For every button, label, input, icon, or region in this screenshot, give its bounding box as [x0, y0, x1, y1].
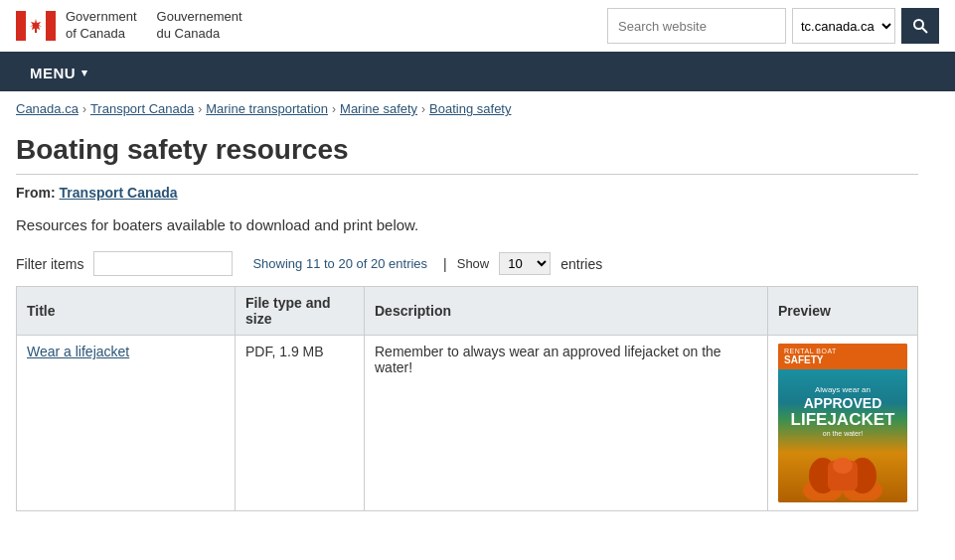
govt-name-line3: Gouvernement [157, 9, 242, 26]
svg-rect-4 [35, 28, 37, 33]
col-header-description: Description [365, 287, 768, 336]
breadcrumb-item-marine-transport[interactable]: Marine transportation [206, 101, 328, 116]
row-title-link[interactable]: Wear a lifejacket [27, 344, 129, 359]
lifejacket-icon [798, 456, 887, 500]
from-line: From: Transport Canada [16, 185, 918, 201]
breadcrumb-item-marine-safety[interactable]: Marine safety [340, 101, 417, 116]
breadcrumb-sep-1: › [82, 102, 86, 116]
govt-name-line2: of Canada [66, 26, 137, 43]
table-controls: Filter items Showing 11 to 20 of 20 entr… [16, 251, 918, 276]
search-input[interactable] [607, 8, 786, 44]
svg-point-12 [833, 458, 853, 474]
site-header: Government of Canada Gouvernement du Can… [0, 0, 955, 55]
preview-bottom [778, 453, 907, 502]
breadcrumb-item-canada[interactable]: Canada.ca [16, 101, 79, 116]
preview-lifejacket-label: LIFEJACKET [791, 411, 895, 428]
preview-rental-label: RENTAL BOAT [784, 348, 901, 354]
breadcrumb-sep-2: › [198, 102, 202, 116]
resources-table: Title File type and size Description Pre… [16, 286, 918, 511]
preview-image: RENTAL BOAT SAFETY Always wear an APPROV… [778, 344, 907, 502]
col-header-title: Title [17, 287, 236, 336]
menu-label: MENU [30, 65, 76, 81]
breadcrumb-item-boating-safety[interactable]: Boating safety [429, 101, 511, 116]
cell-preview: RENTAL BOAT SAFETY Always wear an APPROV… [768, 336, 918, 511]
breadcrumb-sep-4: › [421, 102, 425, 116]
cell-filetype: PDF, 1.9 MB [236, 336, 365, 511]
svg-rect-2 [46, 11, 56, 41]
show-label: Show [457, 256, 490, 271]
cell-description: Remember to always wear an approved life… [365, 336, 768, 511]
from-link[interactable]: Transport Canada [60, 185, 178, 201]
search-area: tc.canada.ca [607, 8, 939, 44]
col-header-preview: Preview [768, 287, 918, 336]
entries-label: entries [560, 256, 602, 272]
breadcrumb: Canada.ca › Transport Canada › Marine tr… [0, 91, 955, 126]
menu-button[interactable]: MENU ▾ [16, 55, 102, 91]
govt-name-line1: Government [66, 9, 137, 26]
preview-safety-label: SAFETY [784, 354, 901, 365]
filter-input[interactable] [93, 251, 233, 276]
table-header: Title File type and size Description Pre… [17, 287, 918, 336]
language-select[interactable]: tc.canada.ca [792, 8, 895, 44]
search-button[interactable] [901, 8, 939, 44]
filter-label: Filter items [16, 256, 83, 272]
page-description: Resources for boaters available to downl… [16, 216, 918, 233]
breadcrumb-item-transport[interactable]: Transport Canada [90, 101, 194, 116]
chevron-down-icon: ▾ [81, 67, 88, 79]
preview-top-bar: RENTAL BOAT SAFETY [778, 344, 907, 369]
govt-name-line4: du Canada [157, 26, 242, 43]
main-nav: MENU ▾ [0, 55, 955, 91]
main-content: Boating safety resources From: Transport… [0, 126, 934, 531]
breadcrumb-sep-3: › [332, 102, 336, 116]
entries-select[interactable]: 10 25 50 100 [499, 252, 551, 275]
svg-rect-1 [16, 11, 26, 41]
logo-area: Government of Canada Gouvernement du Can… [16, 9, 607, 43]
preview-main: Always wear an APPROVED LIFEJACKET on th… [778, 369, 907, 453]
preview-always-label: Always wear an [815, 385, 871, 394]
svg-point-5 [914, 20, 923, 29]
canada-flag-icon [16, 11, 56, 41]
govt-name-fr: Gouvernement du Canada [157, 9, 242, 43]
cell-title: Wear a lifejacket [17, 336, 236, 511]
table-row: Wear a lifejacket PDF, 1.9 MB Remember t… [17, 336, 918, 511]
govt-name-text: Government of Canada [66, 9, 137, 43]
preview-approved-label: APPROVED [804, 396, 882, 411]
table-body: Wear a lifejacket PDF, 1.9 MB Remember t… [17, 336, 918, 511]
from-label: From: [16, 185, 56, 201]
showing-text: Showing 11 to 20 of 20 entries [252, 256, 427, 271]
svg-line-6 [922, 28, 927, 33]
page-title: Boating safety resources [16, 134, 918, 175]
search-icon [912, 18, 928, 34]
col-header-filetype: File type and size [236, 287, 365, 336]
preview-onwater-label: on the water! [823, 430, 863, 437]
